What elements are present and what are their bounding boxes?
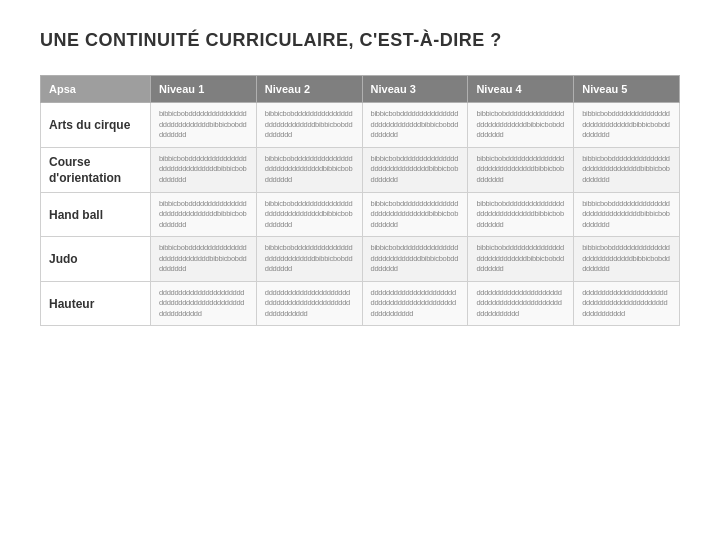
col-header-4: Niveau 4: [468, 76, 574, 103]
col-header-0: Apsa: [41, 76, 151, 103]
table-row: Hauteurddddddddddddddddddddddddddddddddd…: [41, 281, 680, 326]
cell-r4-n3: dddddddddddddddddddddddddddddddddddddddd…: [362, 281, 468, 326]
table-row: Hand ballbibbicbobdddddddddddddddddddddd…: [41, 192, 680, 237]
cell-r2-n2: bibbicbobddddddddddddddddddddddddddddddb…: [256, 192, 362, 237]
activity-label-2: Hand ball: [41, 192, 151, 237]
cell-r3-n4: bibbicbobddddddddddddddddddddddddddddbib…: [468, 237, 574, 282]
cell-r0-n2: bibbicbobddddddddddddddddddddddddddddbib…: [256, 103, 362, 148]
cell-r4-n4: dddddddddddddddddddddddddddddddddddddddd…: [468, 281, 574, 326]
cell-r2-n4: bibbicbobddddddddddddddddddddddddddddddb…: [468, 192, 574, 237]
cell-r0-n3: bibbicbobddddddddddddddddddddddddddddbib…: [362, 103, 468, 148]
curriculum-table: ApsaNiveau 1Niveau 2Niveau 3Niveau 4Nive…: [40, 75, 680, 326]
cell-r1-n3: bibbicbobddddddddddddddddddddddddddddddb…: [362, 147, 468, 192]
cell-r2-n1: bibbicbobddddddddddddddddddddddddddddddb…: [151, 192, 257, 237]
cell-r1-n4: bibbicbobddddddddddddddddddddddddddddddb…: [468, 147, 574, 192]
cell-r3-n2: bibbicbobddddddddddddddddddddddddddddbib…: [256, 237, 362, 282]
activity-label-0: Arts du cirque: [41, 103, 151, 148]
col-header-1: Niveau 1: [151, 76, 257, 103]
cell-r1-n2: bibbicbobddddddddddddddddddddddddddddddb…: [256, 147, 362, 192]
cell-r2-n3: bibbicbobddddddddddddddddddddddddddddddb…: [362, 192, 468, 237]
cell-r0-n4: bibbicbobddddddddddddddddddddddddddddbib…: [468, 103, 574, 148]
cell-r4-n5: dddddddddddddddddddddddddddddddddddddddd…: [574, 281, 680, 326]
cell-r3-n1: bibbicbobddddddddddddddddddddddddddddbib…: [151, 237, 257, 282]
table-row: Course d'orientationbibbicbobddddddddddd…: [41, 147, 680, 192]
cell-r1-n5: bibbicbobddddddddddddddddddddddddddddddb…: [574, 147, 680, 192]
activity-label-4: Hauteur: [41, 281, 151, 326]
activity-label-1: Course d'orientation: [41, 147, 151, 192]
table-row: Arts du cirquebibbicbobddddddddddddddddd…: [41, 103, 680, 148]
cell-r3-n3: bibbicbobddddddddddddddddddddddddddddbib…: [362, 237, 468, 282]
cell-r4-n1: dddddddddddddddddddddddddddddddddddddddd…: [151, 281, 257, 326]
activity-label-3: Judo: [41, 237, 151, 282]
table-row: Judobibbicbobddddddddddddddddddddddddddd…: [41, 237, 680, 282]
cell-r1-n1: bibbicbobddddddddddddddddddddddddddddddb…: [151, 147, 257, 192]
col-header-5: Niveau 5: [574, 76, 680, 103]
cell-r0-n5: bibbicbobddddddddddddddddddddddddddddbib…: [574, 103, 680, 148]
cell-r4-n2: dddddddddddddddddddddddddddddddddddddddd…: [256, 281, 362, 326]
cell-r3-n5: bibbicbobddddddddddddddddddddddddddddbib…: [574, 237, 680, 282]
col-header-2: Niveau 2: [256, 76, 362, 103]
cell-r2-n5: bibbicbobddddddddddddddddddddddddddddddb…: [574, 192, 680, 237]
page: UNE CONTINUITÉ CURRICULAIRE, C'EST-À-DIR…: [0, 0, 720, 540]
cell-r0-n1: bibbicbobddddddddddddddddddddddddddddbib…: [151, 103, 257, 148]
page-title: UNE CONTINUITÉ CURRICULAIRE, C'EST-À-DIR…: [40, 30, 680, 51]
col-header-3: Niveau 3: [362, 76, 468, 103]
